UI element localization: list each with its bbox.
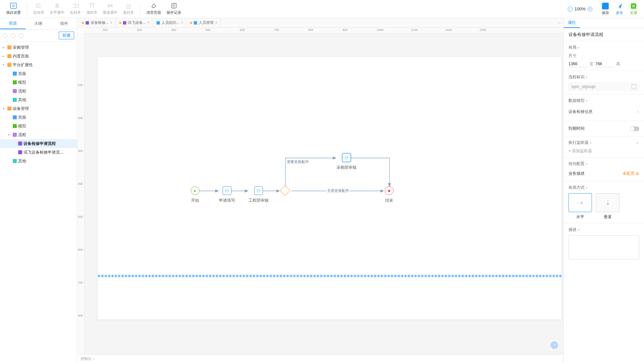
locate-icon[interactable] [11, 33, 15, 38]
fullscreen-button[interactable]: 全屏 [627, 3, 641, 15]
file-tab[interactable]: 人员管理× [187, 18, 221, 27]
warning-icon: ⚙ [636, 171, 639, 176]
console-bar[interactable]: 控制台› [77, 354, 563, 363]
zoom-out-icon[interactable]: − [568, 7, 572, 11]
folder-icon [13, 72, 17, 76]
node-eng-review[interactable]: ⚇工程部审核 [248, 186, 269, 203]
tree-item[interactable]: ▾平台扩展性 [0, 61, 77, 69]
search-icon[interactable] [3, 33, 7, 38]
node-gateway[interactable] [281, 187, 289, 194]
align-top-button[interactable]: 顶对齐 [84, 0, 100, 18]
folder-icon [13, 98, 17, 102]
expand-icon[interactable]: ⤢ [636, 140, 639, 145]
tab-components[interactable]: 组件 [51, 18, 77, 29]
section-todo[interactable]: 待办配置▾ [568, 161, 639, 167]
width-input[interactable] [568, 61, 587, 67]
tree-item[interactable]: 页面 [0, 113, 77, 122]
svg-rect-0 [10, 3, 16, 8]
tree-item[interactable]: 讯飞设备检修申请流... [0, 148, 77, 157]
tab-outline[interactable]: 大纲 [26, 18, 51, 29]
tab-overflow-button[interactable]: ⋯ [555, 18, 563, 27]
save-icon [602, 3, 609, 9]
folder-icon [13, 80, 17, 84]
node-end[interactable]: ■结束 [385, 186, 394, 203]
tree-item[interactable]: 设备检修申请流程 [0, 139, 77, 148]
section-listener[interactable]: 执行监听器▾⤢ [568, 140, 639, 146]
zoom-control[interactable]: − 100% + [568, 6, 592, 11]
tab-resources[interactable]: 资源 [0, 18, 26, 29]
data-model-value[interactable]: 设备检修信息 [568, 108, 593, 116]
clear-page-button[interactable]: 清空页面 [144, 0, 164, 18]
tree-item[interactable]: 流程 [0, 87, 77, 95]
folder-icon [7, 107, 11, 111]
tree-item[interactable]: 模型 [0, 122, 77, 130]
align-bottom-icon [125, 3, 132, 9]
align-bottom-button[interactable]: 底对齐 [120, 0, 137, 18]
fullscreen-icon [630, 3, 637, 9]
file-type-icon [194, 21, 197, 25]
file-tab[interactable]: 设备检修...× [79, 18, 116, 27]
flow-diagram: 需要更换配件 无需更换配件 ▸开始 ⚇申请填写 ⚇工程部审核 ⚇采购部审核 ■结… [98, 57, 561, 319]
tree-item[interactable]: 其他 [0, 95, 77, 104]
user-task-icon: ⚇ [223, 186, 231, 195]
edge-label-need-replace: 需要更换配件 [286, 159, 310, 164]
tree-item[interactable]: 其他 [0, 157, 77, 165]
align-hcenter-button[interactable]: 水平居中 [47, 0, 67, 18]
height-input[interactable] [595, 61, 614, 67]
props-title: 设备检修申请流程 [564, 28, 644, 41]
layout-horizontal-option[interactable]: ⇢水平 [568, 193, 592, 220]
clear-icon[interactable]: × [637, 110, 639, 114]
node-apply[interactable]: ⚇申请填写 [219, 186, 235, 203]
canvas[interactable]: 需要更换配件 无需更换配件 ▸开始 ⚇申请填写 ⚇工程部审核 ⚇采购部审核 ■结… [85, 34, 563, 354]
artboard[interactable]: 需要更换配件 无需更换配件 ▸开始 ⚇申请填写 ⚇工程部审核 ⚇采购部审核 ■结… [98, 57, 561, 319]
tree-item[interactable]: ▾设备管理 [0, 104, 77, 113]
user-task-icon: ⚇ [254, 186, 263, 195]
section-layout-mode[interactable]: 布局方式▾ [568, 185, 639, 191]
node-start[interactable]: ▸开始 [191, 186, 199, 203]
layout-vertical-option[interactable]: ⇣垂直 [596, 193, 619, 220]
folder-icon [13, 124, 17, 128]
tree-item[interactable]: ▸采购管理 [0, 43, 77, 52]
size-label: 尺寸 [568, 53, 639, 59]
save-button[interactable]: 保存 [598, 3, 612, 15]
tree-item[interactable]: ▾流程 [0, 130, 77, 139]
help-button[interactable]: ? [551, 341, 558, 349]
node-purchase-review[interactable]: ⚇采购部审核 [336, 153, 357, 170]
zoom-in-icon[interactable]: + [588, 7, 592, 11]
project-settings-button[interactable]: 项目设置 [3, 0, 24, 18]
folder-icon [7, 54, 11, 58]
file-tab[interactable]: 人员组织...× [153, 18, 187, 27]
tree-item[interactable]: 页面 [0, 69, 77, 78]
section-data-model[interactable]: 数据模型▾ [568, 98, 639, 104]
close-icon[interactable]: × [110, 21, 112, 25]
chevron-right-icon: › [93, 357, 94, 361]
tree-item[interactable]: 模型 [0, 78, 77, 87]
biz-desc-row[interactable]: 业务描述未配置⚙ [568, 169, 639, 178]
description-textarea[interactable] [568, 235, 639, 259]
align-hcenter-icon [53, 3, 61, 9]
folder-icon [7, 63, 11, 67]
tree-item[interactable]: ▸内置页面 [0, 52, 77, 61]
align-right-button[interactable]: 右对齐 [67, 0, 84, 18]
new-button[interactable]: 新建 [59, 32, 74, 39]
align-left-icon [35, 3, 43, 9]
add-listener-button[interactable]: + 添加监听器 [568, 148, 639, 154]
close-icon[interactable]: × [147, 21, 149, 25]
section-due[interactable]: 到期时间 [568, 124, 639, 133]
align-left-button[interactable]: 左对齐 [31, 0, 47, 18]
close-icon[interactable]: × [215, 21, 217, 25]
folder-icon [13, 159, 17, 163]
collapse-icon[interactable] [19, 33, 24, 38]
ruler-vertical: 100200300400500600700800 [77, 34, 85, 354]
history-button[interactable]: 操作记录 [164, 0, 184, 18]
section-description[interactable]: 描述▾ [568, 227, 639, 233]
section-flow-id[interactable]: 流程标识▾ [568, 74, 639, 80]
close-icon[interactable]: × [181, 21, 183, 25]
due-toggle[interactable] [630, 126, 639, 131]
section-layout[interactable]: 布局▾ [568, 45, 639, 50]
publish-button[interactable]: 发布 [612, 3, 627, 15]
tab-properties[interactable]: 属性 [564, 18, 580, 28]
copy-icon[interactable] [632, 84, 636, 89]
file-tab[interactable]: 讯飞设备...× [116, 18, 153, 27]
align-vcenter-button[interactable]: 垂直居中 [100, 0, 120, 18]
